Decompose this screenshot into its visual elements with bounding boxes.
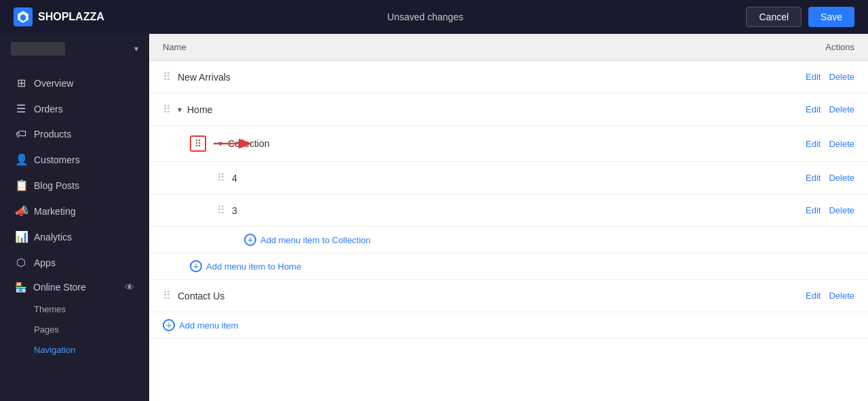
table-row: ⠿ ▾ Collection Edit Delete xyxy=(149,126,868,162)
table-row: ⠿ 3 Edit Delete xyxy=(149,194,868,227)
plus-circle-bottom-icon: + xyxy=(163,319,175,331)
plus-circle-home-icon: + xyxy=(190,260,202,272)
overview-icon: ⊞ xyxy=(15,77,27,89)
online-store-sub: Themes Pages Navigation xyxy=(0,299,149,360)
logo-text: SHOPLAZZA xyxy=(38,11,104,23)
row-name: Home xyxy=(187,104,773,115)
customers-icon: 👤 xyxy=(15,153,27,166)
online-store-left: 🏪 Online Store xyxy=(15,282,86,293)
eye-icon[interactable]: 👁 xyxy=(125,282,134,293)
content-area: Name Actions ⠿ New Arrivals Edit Delete … xyxy=(149,34,868,401)
add-menu-home-row: + Add menu item to Home xyxy=(149,253,868,280)
table-row: ⠿ New Arrivals Edit Delete xyxy=(149,61,868,93)
sidebar-item-themes[interactable]: Themes xyxy=(34,299,145,319)
sidebar-item-marketing[interactable]: 📣 Marketing xyxy=(4,198,145,224)
top-header: SHOPLAZZA Unsaved changes Cancel Save xyxy=(0,0,868,34)
add-menu-bottom-label: Add menu item xyxy=(179,320,238,331)
header-actions: Cancel Save xyxy=(746,7,854,27)
row-name: Contact Us xyxy=(178,291,773,301)
sidebar: ▾ ⊞ Overview ☰ Orders 🏷 Products 👤 Custo… xyxy=(0,34,149,401)
expand-icon[interactable]: ▾ xyxy=(218,139,222,148)
sidebar-item-label: Analytics xyxy=(34,232,72,242)
row-actions: Edit Delete xyxy=(773,205,854,215)
row-name: 4 xyxy=(232,173,773,184)
logo: SHOPLAZZA xyxy=(14,7,104,26)
edit-link[interactable]: Edit xyxy=(806,139,821,149)
drag-handle-icon[interactable]: ⠿ xyxy=(163,70,171,83)
sidebar-item-label: Blog Posts xyxy=(34,180,79,191)
sidebar-item-customers[interactable]: 👤 Customers xyxy=(4,147,145,172)
online-store-icon: 🏪 xyxy=(15,282,26,293)
table-row: ⠿ Contact Us Edit Delete xyxy=(149,280,868,312)
edit-link[interactable]: Edit xyxy=(806,205,821,215)
sidebar-nav: ⊞ Overview ☰ Orders 🏷 Products 👤 Custome… xyxy=(0,64,149,360)
cancel-button[interactable]: Cancel xyxy=(746,7,802,27)
row-actions: Edit Delete xyxy=(773,173,854,183)
table-row: ⠿ 4 Edit Delete xyxy=(149,162,868,194)
delete-link[interactable]: Delete xyxy=(829,104,854,114)
chevron-down-icon: ▾ xyxy=(134,44,138,54)
sidebar-item-online-store[interactable]: 🏪 Online Store 👁 xyxy=(4,276,145,299)
delete-link[interactable]: Delete xyxy=(829,291,854,301)
drag-handle-highlighted-icon[interactable]: ⠿ xyxy=(190,135,206,152)
sidebar-item-blog-posts[interactable]: 📋 Blog Posts xyxy=(4,173,145,198)
sidebar-item-analytics[interactable]: 📊 Analytics xyxy=(4,224,145,249)
row-actions: Edit Delete xyxy=(773,139,854,149)
drag-handle-icon[interactable]: ⠿ xyxy=(163,289,171,302)
row-name: 3 xyxy=(232,205,773,216)
unsaved-changes-label: Unsaved changes xyxy=(387,12,463,22)
sidebar-item-label: Overview xyxy=(34,78,73,89)
sidebar-item-navigation[interactable]: Navigation xyxy=(34,340,145,360)
plus-circle-icon: + xyxy=(244,234,256,246)
apps-icon: ⬡ xyxy=(15,256,27,269)
sidebar-item-apps[interactable]: ⬡ Apps xyxy=(4,250,145,275)
row-name: New Arrivals xyxy=(178,72,773,83)
main-layout: ▾ ⊞ Overview ☰ Orders 🏷 Products 👤 Custo… xyxy=(0,34,868,401)
save-button[interactable]: Save xyxy=(808,7,854,27)
col-name-header: Name xyxy=(163,42,773,52)
edit-link[interactable]: Edit xyxy=(806,173,821,183)
sidebar-item-overview[interactable]: ⊞ Overview xyxy=(4,70,145,96)
add-menu-bottom-link[interactable]: + Add menu item xyxy=(163,319,854,331)
orders-icon: ☰ xyxy=(15,102,27,115)
add-menu-collection-label: Add menu item to Collection xyxy=(260,235,371,245)
sidebar-item-orders[interactable]: ☰ Orders xyxy=(4,96,145,121)
row-name: Collection xyxy=(228,138,773,149)
delete-link[interactable]: Delete xyxy=(829,173,854,183)
row-actions: Edit Delete xyxy=(773,104,854,114)
delete-link[interactable]: Delete xyxy=(829,139,854,149)
drag-handle-icon[interactable]: ⠿ xyxy=(217,204,225,217)
sidebar-item-label: Orders xyxy=(34,104,63,114)
row-actions: Edit Delete xyxy=(773,291,854,301)
table-header: Name Actions xyxy=(149,34,868,61)
table-row: ⠿ ▾ Home Edit Delete xyxy=(149,93,868,126)
sidebar-item-pages[interactable]: Pages xyxy=(34,320,145,339)
edit-link[interactable]: Edit xyxy=(806,291,821,301)
row-actions: Edit Delete xyxy=(773,72,854,82)
blog-icon: 📋 xyxy=(15,179,27,192)
add-menu-bottom-row: + Add menu item xyxy=(149,312,868,339)
drag-handle-icon[interactable]: ⠿ xyxy=(163,103,171,116)
edit-link[interactable]: Edit xyxy=(806,104,821,114)
products-icon: 🏷 xyxy=(15,128,27,140)
sidebar-item-label: Products xyxy=(34,129,71,140)
add-menu-home-link[interactable]: + Add menu item to Home xyxy=(190,260,854,272)
online-store-label: Online Store xyxy=(33,282,86,293)
sidebar-item-label: Apps xyxy=(34,257,56,268)
col-actions-header: Actions xyxy=(773,42,854,52)
sidebar-item-label: Marketing xyxy=(34,206,75,217)
store-selector[interactable]: ▾ xyxy=(0,34,149,64)
sidebar-item-label: Customers xyxy=(34,154,80,165)
add-menu-home-label: Add menu item to Home xyxy=(206,261,301,272)
sidebar-item-products[interactable]: 🏷 Products xyxy=(4,122,145,146)
add-menu-collection-link[interactable]: + Add menu item to Collection xyxy=(244,234,854,246)
marketing-icon: 📣 xyxy=(15,205,27,217)
analytics-icon: 📊 xyxy=(15,230,27,243)
logo-icon xyxy=(14,7,33,26)
expand-icon[interactable]: ▾ xyxy=(178,105,182,114)
drag-handle-icon[interactable]: ⠿ xyxy=(217,171,225,184)
delete-link[interactable]: Delete xyxy=(829,72,854,82)
add-menu-collection-row: + Add menu item to Collection xyxy=(149,227,868,253)
edit-link[interactable]: Edit xyxy=(806,72,821,82)
delete-link[interactable]: Delete xyxy=(829,205,854,215)
